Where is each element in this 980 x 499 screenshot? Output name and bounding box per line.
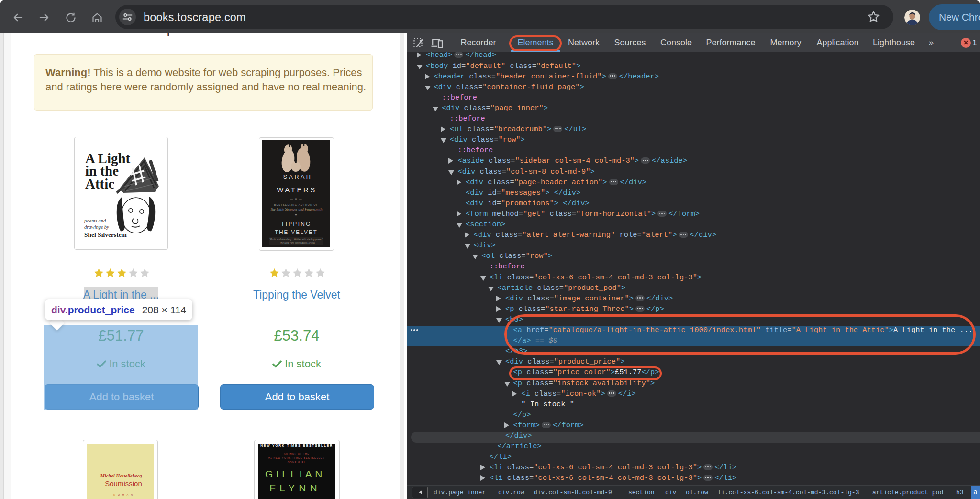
svg-text:Michel Houellebecq: Michel Houellebecq (100, 473, 142, 478)
svg-text:—The New York Times Book Revie: —The New York Times Book Review (277, 242, 315, 244)
svg-text:— ❖ —: — ❖ — (290, 213, 302, 216)
svg-text:#1 NEW YORK TIMES BESTSELLER: #1 NEW YORK TIMES BESTSELLER (268, 456, 325, 459)
svg-text:GONE GIRL: GONE GIRL (288, 461, 306, 464)
svg-text:TIPPING: TIPPING (281, 221, 312, 227)
svg-text:R O M A N: R O M A N (113, 493, 134, 496)
svg-text:BESTSELLING AUTHOR OF: BESTSELLING AUTHOR OF (274, 203, 318, 206)
svg-text:AUTHOR OF THE: AUTHOR OF THE (284, 453, 309, 455)
svg-text:SARAH: SARAH (283, 174, 312, 180)
svg-text:NEW YORK TIMES BESTSELLER: NEW YORK TIMES BESTSELLER (260, 444, 333, 447)
svg-text:GILLIAN: GILLIAN (265, 468, 325, 479)
svg-text:poems and: poems and (84, 218, 106, 223)
svg-text:THE VELVET: THE VELVET (275, 229, 317, 235)
svg-text:Soumission: Soumission (105, 479, 142, 488)
svg-text:Attic: Attic (85, 176, 114, 191)
svg-text:— ❖ —: — ❖ — (290, 198, 302, 200)
svg-text:The Little Stranger and Finger: The Little Stranger and Fingersmith (270, 207, 323, 211)
svg-text:"Erotic and absorbing... Writt: "Erotic and absorbing... Written with st… (269, 238, 323, 241)
svg-text:drawings by: drawings by (84, 224, 109, 230)
svg-text:Shel Silverstein: Shel Silverstein (84, 231, 127, 238)
svg-text:WATERS: WATERS (277, 186, 317, 194)
svg-text:FLYNN: FLYNN (269, 482, 321, 493)
